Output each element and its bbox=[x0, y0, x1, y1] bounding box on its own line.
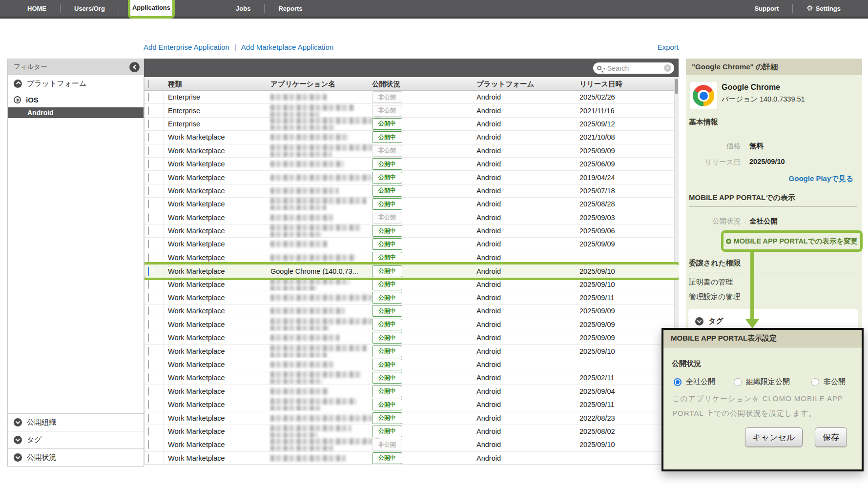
row-checkbox[interactable] bbox=[148, 373, 149, 382]
chevron-down-circle-icon bbox=[14, 436, 22, 444]
row-type: Enterprise bbox=[168, 107, 200, 115]
google-play-link[interactable]: Google Playで見る bbox=[789, 174, 853, 183]
nav-item-jobs[interactable]: Jobs bbox=[222, 5, 264, 12]
nav-item-support[interactable]: Support bbox=[741, 5, 792, 12]
column-header-type[interactable]: 種類 bbox=[168, 79, 182, 88]
table-row[interactable]: Work Marketplace公開中Android2025/09/09 bbox=[145, 331, 679, 345]
row-type: Work Marketplace bbox=[168, 454, 225, 462]
sidebar-group[interactable]: 公開組織 bbox=[8, 413, 144, 431]
table-row[interactable]: Work Marketplace公開中Android2025/06/09 bbox=[145, 158, 679, 171]
row-checkbox[interactable] bbox=[148, 146, 149, 155]
row-checkbox[interactable] bbox=[148, 347, 149, 356]
row-checkbox[interactable] bbox=[148, 280, 149, 289]
add-marketplace-application-link[interactable]: Add Marketplace Application bbox=[241, 43, 333, 51]
table-row[interactable]: Work Marketplace公開中Android2025/09/04 bbox=[145, 385, 679, 398]
table-row[interactable]: Enterprise非公開Android2025/02/26 bbox=[145, 91, 679, 104]
visibility-option[interactable]: 非公開 bbox=[811, 377, 846, 386]
search-filter-arrow-icon[interactable]: ▾ bbox=[603, 66, 605, 71]
scrollbar-thumb[interactable] bbox=[675, 79, 678, 94]
row-checkbox[interactable] bbox=[148, 160, 149, 168]
radio-unselected[interactable] bbox=[811, 378, 819, 386]
visibility-option[interactable]: 組織限定公開 bbox=[734, 377, 790, 386]
nav-item-home[interactable]: HOME bbox=[14, 5, 60, 12]
radio-unselected[interactable] bbox=[734, 378, 742, 386]
table-row[interactable]: Enterprise非公開Android2021/11/16 bbox=[145, 104, 679, 117]
table-row[interactable]: Work Marketplace公開中Android2025/09/09 bbox=[145, 305, 679, 318]
row-checkbox[interactable] bbox=[148, 186, 149, 195]
save-button[interactable]: 保存 bbox=[815, 427, 847, 447]
table-row[interactable]: Work Marketplace公開中Android bbox=[145, 358, 679, 371]
row-checkbox[interactable] bbox=[148, 360, 149, 369]
row-checkbox[interactable] bbox=[148, 120, 149, 128]
nav-item-users-org[interactable]: Users/Org bbox=[61, 5, 119, 12]
sidebar-group[interactable]: 公開状況 bbox=[8, 448, 144, 466]
row-checkbox[interactable] bbox=[148, 440, 149, 449]
radio-selected[interactable] bbox=[674, 378, 682, 386]
row-checkbox[interactable] bbox=[148, 93, 149, 102]
table-row[interactable]: Work Marketplace公開中Android2025/09/06 bbox=[145, 224, 679, 238]
column-header-app-name[interactable]: アプリケーション名 bbox=[270, 79, 335, 88]
visibility-option[interactable]: 全社公開 bbox=[674, 377, 715, 386]
table-row[interactable]: Work Marketplace公開中Android2025/09/10 bbox=[145, 345, 679, 358]
row-checkbox[interactable] bbox=[148, 133, 149, 142]
row-checkbox[interactable] bbox=[148, 200, 149, 208]
table-row[interactable]: Work Marketplace非公開Android2025/09/10 bbox=[145, 438, 679, 451]
nav-tab-applications[interactable]: Applications bbox=[128, 0, 175, 19]
column-header-status[interactable]: 公開状況 bbox=[372, 79, 400, 88]
sidebar-group-platform[interactable]: プラットフォーム bbox=[8, 75, 144, 92]
table-row[interactable]: Work Marketplace公開中Android bbox=[145, 251, 679, 264]
table-row[interactable]: Enterprise公開中Android2025/09/12 bbox=[145, 118, 679, 131]
managed-config-link[interactable]: 管理設定の管理 bbox=[689, 292, 740, 302]
table-row[interactable]: Work Marketplace非公開Android2025/09/09 bbox=[145, 144, 679, 158]
row-checkbox[interactable] bbox=[148, 333, 149, 342]
row-checkbox[interactable] bbox=[148, 400, 149, 409]
row-checkbox[interactable] bbox=[148, 213, 149, 222]
table-row[interactable]: Work Marketplace公開中Android2021/10/08 bbox=[145, 131, 679, 144]
row-checkbox[interactable] bbox=[148, 320, 149, 329]
select-all-checkbox[interactable] bbox=[148, 80, 149, 88]
table-row[interactable]: Work Marketplace公開中Android2025/09/10 bbox=[145, 278, 679, 291]
row-checkbox[interactable] bbox=[148, 414, 149, 423]
column-header-release-date[interactable]: リリース日時 bbox=[579, 79, 622, 88]
table-row[interactable]: Work Marketplace公開中Android2025/09/11 bbox=[145, 398, 679, 411]
nav-item-reports[interactable]: Reports bbox=[265, 5, 316, 12]
table-row[interactable]: Work Marketplace非公開Android2025/09/03 bbox=[145, 211, 679, 224]
table-row[interactable]: Work Marketplace公開中Android2019/04/24 bbox=[145, 171, 679, 184]
table-row[interactable]: Work Marketplace公開中Android2025/08/28 bbox=[145, 198, 679, 211]
row-checkbox[interactable] bbox=[148, 106, 149, 115]
sidebar-item-ios[interactable]: iOS bbox=[8, 92, 144, 107]
sidebar-bottom-groups: 公開組織タグ公開状況 bbox=[8, 413, 144, 466]
cancel-button[interactable]: キャンセル bbox=[745, 427, 803, 447]
row-checkbox[interactable] bbox=[148, 306, 149, 315]
collapse-sidebar-button[interactable] bbox=[129, 62, 140, 72]
table-row[interactable]: Work Marketplace公開中Android2025/09/09 bbox=[145, 238, 679, 251]
row-checkbox[interactable] bbox=[148, 240, 149, 248]
clear-search-icon[interactable]: ✕ bbox=[664, 64, 671, 72]
table-row[interactable]: Work Marketplace公開中Android2025/09/09 bbox=[145, 318, 679, 331]
table-row[interactable]: Work Marketplace公開中Android2025/09/11 bbox=[145, 291, 679, 305]
table-row[interactable]: Work Marketplace公開中Android bbox=[145, 452, 679, 465]
row-checkbox[interactable] bbox=[148, 267, 149, 276]
certificate-management-link[interactable]: 証明書の管理 bbox=[689, 278, 733, 287]
row-platform: Android bbox=[476, 214, 501, 222]
row-checkbox[interactable] bbox=[148, 454, 149, 463]
row-checkbox[interactable] bbox=[148, 253, 149, 262]
table-row-selected[interactable]: Work MarketplaceGoogle Chrome (140.0.73.… bbox=[145, 264, 679, 278]
table-row[interactable]: Work Marketplace公開中Android2025/02/11 bbox=[145, 371, 679, 385]
sidebar-group[interactable]: タグ bbox=[8, 431, 144, 448]
row-checkbox[interactable] bbox=[148, 226, 149, 235]
row-checkbox[interactable] bbox=[148, 387, 149, 396]
table-row[interactable]: Work Marketplace公開中Android2022/08/23 bbox=[145, 411, 679, 425]
table-row[interactable]: Work Marketplace公開中Android2025/08/02 bbox=[145, 425, 679, 438]
sidebar-item-android[interactable]: Android bbox=[8, 107, 144, 118]
row-checkbox[interactable] bbox=[148, 173, 149, 182]
add-enterprise-application-link[interactable]: Add Enterprise Application bbox=[144, 43, 229, 51]
row-checkbox[interactable] bbox=[148, 427, 149, 436]
table-row[interactable]: Work Marketplace公開中Android2025/07/18 bbox=[145, 184, 679, 198]
nav-item-settings[interactable]: ⚙Settings bbox=[793, 4, 854, 12]
search-input[interactable] bbox=[607, 64, 664, 72]
change-portal-visibility-link[interactable]: MOBILE APP PORTALでの表示を変更 bbox=[734, 237, 858, 246]
export-link[interactable]: Export bbox=[658, 43, 679, 51]
row-checkbox[interactable] bbox=[148, 293, 149, 302]
column-header-platform[interactable]: プラットフォーム bbox=[476, 79, 534, 88]
